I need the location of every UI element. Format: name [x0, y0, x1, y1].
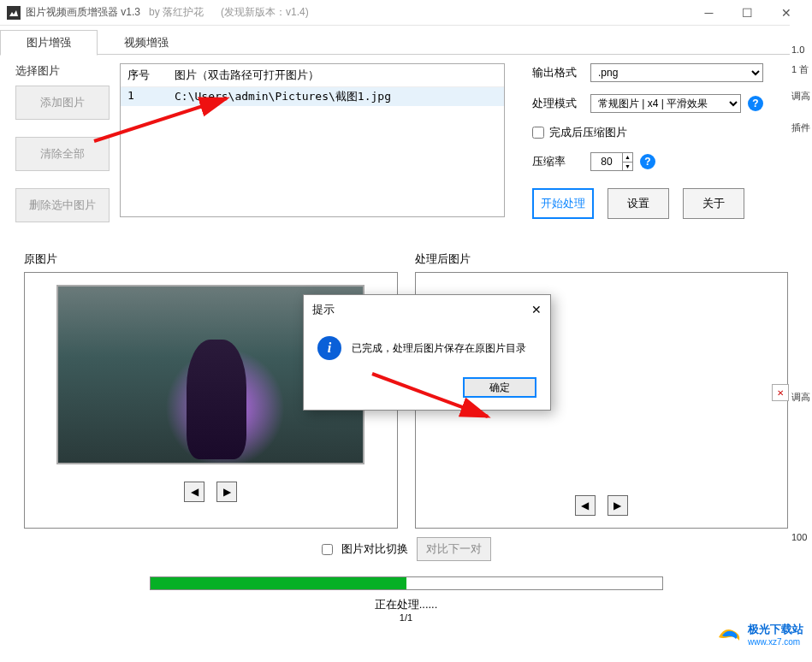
info-dialog: 提示 ✕ i 已完成，处理后图片保存在原图片目录 确定: [303, 294, 551, 411]
watermark: 极光下载站 www.xz7.com: [717, 622, 803, 647]
add-image-button[interactable]: 添加图片: [15, 86, 110, 120]
file-list-header: 序号 图片（双击路径可打开图片）: [121, 64, 504, 87]
dialog-ok-button[interactable]: 确定: [463, 377, 536, 398]
output-format-label: 输出格式: [532, 65, 584, 80]
titlebar: 图片视频画质增强器 v1.3 by 落红护花 (发现新版本：v1.4) ─ ☐ …: [0, 0, 812, 26]
compress-rate-input[interactable]: [591, 153, 622, 170]
tab-video-enhance[interactable]: 视频增强: [98, 29, 195, 55]
app-title: 图片视频画质增强器 v1.3: [26, 5, 140, 20]
compress-rate-label: 压缩率: [532, 154, 584, 169]
spin-up-icon[interactable]: ▲: [623, 153, 632, 163]
compress-after-checkbox[interactable]: [532, 127, 544, 139]
progress-fill: [151, 577, 406, 589]
tabs: 图片增强 视频增强: [0, 29, 812, 55]
original-panel-title: 原图片: [24, 251, 398, 267]
select-image-label: 选择图片: [15, 63, 110, 79]
row-number: 1: [121, 87, 168, 106]
col-path-header: 图片（双击路径可打开图片）: [168, 64, 504, 86]
status-text: 正在处理......: [0, 597, 812, 612]
app-icon: [7, 6, 21, 20]
delete-selected-button[interactable]: 删除选中图片: [15, 188, 110, 222]
minimize-button[interactable]: ─: [690, 0, 728, 26]
bottom-bar: 图片对比切换 对比下一对 正在处理...... 1/1: [0, 529, 812, 623]
dialog-message: 已完成，处理后图片保存在原图片目录: [352, 341, 526, 356]
prev-original-button[interactable]: ◀: [184, 482, 204, 502]
next-original-button[interactable]: ▶: [216, 482, 237, 502]
new-version-notice: (发现新版本：v1.4): [221, 5, 309, 20]
settings-panel: 输出格式 .png 处理模式 常规图片 | x4 | 平滑效果 ? 完成后压缩图…: [532, 63, 763, 239]
watermark-logo-icon: [717, 625, 743, 644]
compress-after-label: 完成后压缩图片: [549, 125, 627, 140]
file-list[interactable]: 序号 图片（双击路径可打开图片） 1 C:\Users\admin\Pictur…: [120, 63, 505, 217]
output-format-select[interactable]: .png: [590, 63, 763, 82]
help-icon[interactable]: ?: [640, 154, 655, 169]
file-list-row[interactable]: 1 C:\Users\admin\Pictures\截图1.jpg: [121, 87, 504, 106]
tab-image-enhance[interactable]: 图片增强: [0, 30, 98, 56]
compare-next-button[interactable]: 对比下一对: [417, 537, 491, 561]
progress-count: 1/1: [0, 612, 812, 623]
dialog-title: 提示: [312, 302, 335, 317]
compare-toggle-label: 图片对比切换: [341, 541, 408, 557]
watermark-url: www.xz7.com: [748, 637, 803, 647]
left-column: 选择图片 添加图片 清除全部 删除选中图片: [15, 63, 110, 239]
window-controls: ─ ☐ ✕: [690, 0, 805, 26]
process-mode-label: 处理模式: [532, 96, 584, 111]
maximize-button[interactable]: ☐: [728, 0, 767, 26]
processed-panel-title: 处理后图片: [415, 251, 789, 267]
info-icon: i: [317, 336, 341, 360]
row-path: C:\Users\admin\Pictures\截图1.jpg: [168, 87, 504, 106]
start-process-button[interactable]: 开始处理: [532, 188, 594, 219]
spin-down-icon[interactable]: ▼: [623, 163, 632, 171]
right-edge-fragment: 1.0 1 首 调高 插件 调高 100: [790, 0, 812, 662]
progress-bar: [150, 576, 663, 590]
app-byline: by 落红护花: [149, 5, 204, 20]
settings-button[interactable]: 设置: [608, 188, 669, 219]
dialog-close-icon[interactable]: ✕: [531, 303, 542, 316]
clear-all-button[interactable]: 清除全部: [15, 137, 110, 171]
watermark-name: 极光下载站: [748, 622, 803, 637]
prev-processed-button[interactable]: ◀: [575, 495, 596, 516]
compress-rate-spinner[interactable]: ▲▼: [590, 152, 633, 171]
about-button[interactable]: 关于: [683, 188, 744, 219]
compare-toggle-checkbox[interactable]: [322, 544, 333, 555]
help-icon[interactable]: ?: [748, 96, 763, 111]
next-processed-button[interactable]: ▶: [608, 495, 628, 516]
process-mode-select[interactable]: 常规图片 | x4 | 平滑效果: [590, 94, 741, 113]
broken-image-icon: ✕: [772, 384, 789, 401]
col-number-header: 序号: [121, 64, 168, 86]
